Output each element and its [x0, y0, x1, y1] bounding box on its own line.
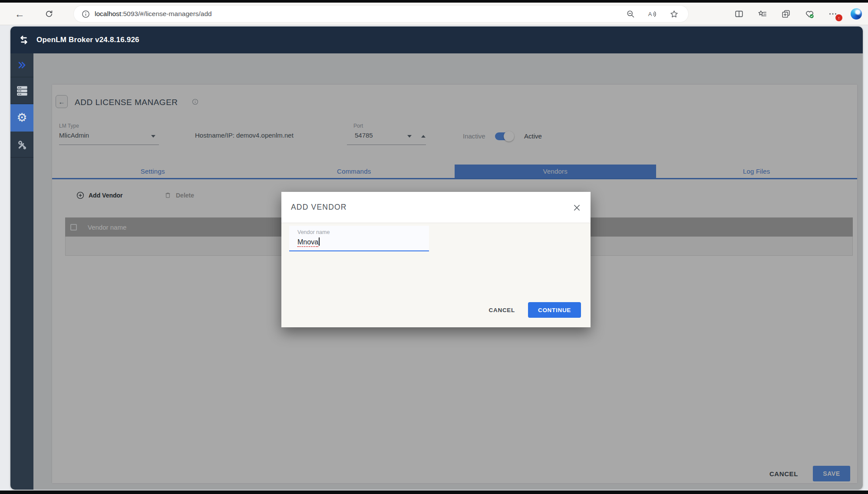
- double-chevron-right-icon: [17, 60, 27, 70]
- sidebar-item-settings[interactable]: ⚙: [10, 104, 33, 132]
- update-badge-icon: ↑: [835, 14, 842, 21]
- app-header: OpenLM Broker v24.8.16.926: [10, 26, 863, 53]
- browser-back-icon[interactable]: ←: [12, 7, 27, 21]
- sidebar-item-license-managers[interactable]: [10, 77, 33, 104]
- sidebar: ⚙: [10, 53, 33, 490]
- favorites-list-icon[interactable]: [757, 8, 768, 20]
- vendor-name-field[interactable]: Vendor name Mnova: [289, 226, 429, 251]
- dialog-actions: CANCEL CONTINUE: [489, 302, 581, 318]
- main-content: ← ADD LICENSE MANAGER LM Type MlicAdmin …: [33, 53, 863, 490]
- servers-icon: [16, 85, 28, 97]
- browser-essentials-icon[interactable]: [804, 8, 815, 20]
- openlm-broker-app: OpenLM Broker v24.8.16.926: [10, 26, 863, 490]
- browser-actions: ↑: [733, 6, 862, 22]
- text-cursor: [319, 237, 320, 246]
- collections-icon[interactable]: [780, 8, 792, 20]
- svg-text:A: A: [648, 11, 652, 17]
- dialog-title: ADD VENDOR: [291, 203, 347, 212]
- close-icon[interactable]: [570, 201, 584, 214]
- dialog-cancel-button[interactable]: CANCEL: [489, 307, 515, 313]
- tools-icon: [17, 139, 28, 150]
- sidebar-item-tools[interactable]: [10, 132, 33, 158]
- browser-refresh-icon[interactable]: [42, 7, 56, 21]
- address-bar[interactable]: localhost:5093/#/license-managers/add A: [74, 6, 688, 22]
- window-bottom-edge: [0, 491, 868, 494]
- vendor-name-value: Mnova: [297, 238, 318, 247]
- copilot-icon[interactable]: [851, 8, 862, 20]
- gear-icon: ⚙: [17, 112, 27, 124]
- openlm-logo-icon: [17, 33, 30, 46]
- dialog-header: ADD VENDOR: [281, 192, 591, 223]
- vendor-name-label: Vendor name: [297, 229, 429, 235]
- dialog-continue-button[interactable]: CONTINUE: [528, 302, 581, 318]
- url-path: :5093/#/license-managers/add: [121, 10, 212, 17]
- screenshot-root: ← localhost:5093/#/license-managers/add: [0, 0, 868, 494]
- read-aloud-icon[interactable]: A: [645, 7, 660, 21]
- sidebar-expand-button[interactable]: [10, 53, 33, 77]
- favorite-star-icon[interactable]: [667, 7, 681, 21]
- url-host: localhost: [95, 10, 121, 17]
- url-text[interactable]: localhost:5093/#/license-managers/add: [95, 10, 623, 18]
- zoom-out-icon[interactable]: [623, 7, 638, 21]
- app-title: OpenLM Broker v24.8.16.926: [36, 36, 139, 44]
- more-options-icon[interactable]: ↑: [827, 8, 838, 20]
- add-vendor-dialog: ADD VENDOR Vendor name Mnova CANCEL CONT…: [281, 192, 591, 327]
- vendor-name-input[interactable]: Mnova: [297, 237, 429, 246]
- browser-toolbar: ← localhost:5093/#/license-managers/add: [0, 3, 868, 25]
- site-info-icon[interactable]: [78, 7, 93, 21]
- split-screen-icon[interactable]: [733, 8, 745, 20]
